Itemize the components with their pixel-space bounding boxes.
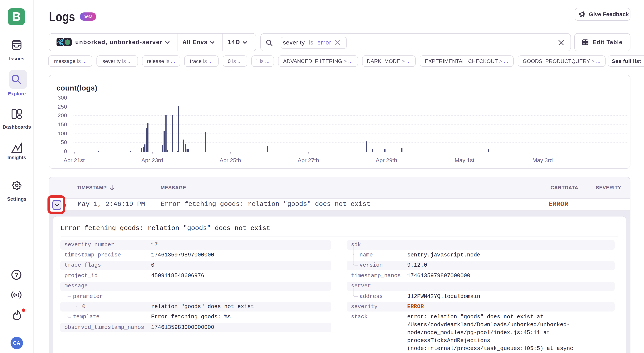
svg-text:?: ?	[15, 271, 18, 278]
